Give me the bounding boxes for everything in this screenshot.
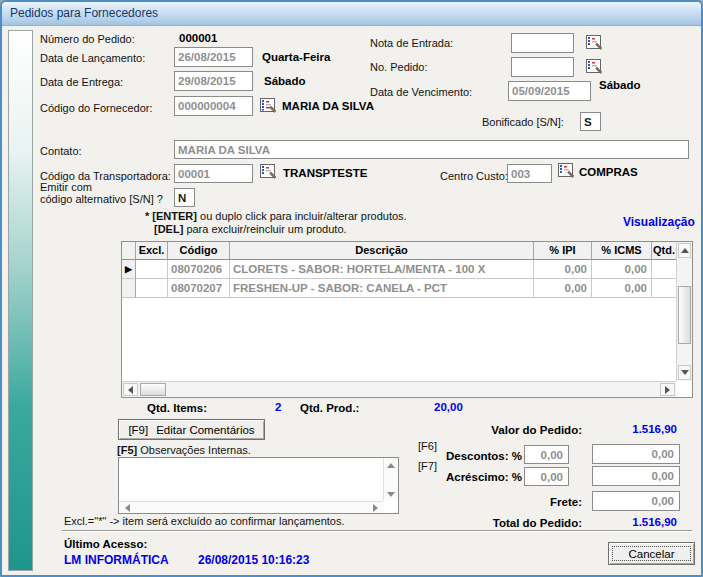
data-lancamento-weekday: Quarta-Feira: [262, 51, 330, 63]
hint-enter-rest: ou duplo click para incluir/alterar prod…: [197, 210, 407, 222]
data-lancamento-label: Data de Lançamento:: [40, 52, 145, 64]
acrescimo-percent-input[interactable]: [524, 467, 569, 486]
memo-scroll-left-icon[interactable]: [121, 503, 133, 513]
total-pedido-label: Total do Pedido:: [442, 517, 582, 529]
row-selector-cell: [122, 279, 136, 298]
emitir-alternativo-input[interactable]: [174, 188, 195, 207]
ultimo-acesso-user: LM INFORMÁTICA: [64, 553, 169, 567]
hint-del-key: [DEL]: [154, 223, 183, 235]
transportadora-name: TRANSPTESTE: [283, 167, 367, 179]
cancelar-button[interactable]: Cancelar: [608, 542, 695, 565]
centro-custo-input[interactable]: [507, 164, 552, 183]
descontos-value-input[interactable]: [592, 444, 680, 464]
memo-vertical-scrollbar[interactable]: [383, 458, 398, 501]
observacoes-internas-box: [118, 457, 399, 514]
scroll-left-arrow-icon[interactable]: [123, 383, 138, 396]
bonificado-label: Bonificado [S/N]:: [482, 116, 564, 128]
editar-comentarios-button[interactable]: [F9] Editar Comentários: [118, 419, 265, 440]
data-entrega-label: Data de Entrega:: [40, 76, 123, 88]
data-vencimento-label: Data de Vencimento:: [370, 86, 472, 98]
fornecedor-input[interactable]: [174, 96, 253, 116]
valor-pedido-label: Valor do Pedido:: [442, 424, 582, 436]
cell-codigo: 08070206: [168, 260, 230, 279]
grid-header-qtd: Qtd.: [652, 242, 677, 260]
memo-scroll-right-icon[interactable]: [369, 503, 381, 513]
grid-header-selector: [122, 242, 136, 260]
cell-icms: 0,00: [592, 279, 652, 298]
valor-pedido-value: 1.516,90: [597, 423, 677, 435]
no-pedido-lookup-icon[interactable]: [585, 58, 604, 75]
transportadora-input[interactable]: [174, 164, 253, 183]
window-title: Pedidos para Fornecedores: [10, 6, 158, 20]
scroll-up-arrow-icon[interactable]: [678, 243, 691, 258]
frete-label: Frete:: [502, 496, 582, 508]
scroll-right-arrow-icon[interactable]: [660, 383, 675, 396]
no-pedido-input[interactable]: [511, 57, 574, 77]
excl-note: Excl.="*" -> item será excluído ao confi…: [64, 515, 344, 527]
products-grid: Excl. Código Descrição % IPI % ICMS Qtd.…: [121, 241, 693, 398]
transportadora-lookup-icon[interactable]: [259, 163, 278, 180]
decorative-side-strip: [8, 30, 33, 571]
memo-scroll-up-icon[interactable]: [385, 460, 397, 470]
observacoes-label: [F5] Observações Internas.: [117, 444, 251, 456]
memo-horizontal-scrollbar[interactable]: [119, 501, 383, 513]
grid-header-descricao: Descrição: [230, 242, 534, 260]
grid-header-excl: Excl.: [136, 242, 168, 260]
grid-horizontal-scrollbar[interactable]: [122, 381, 676, 397]
current-row-marker-icon: ▶: [122, 260, 136, 279]
bonificado-input[interactable]: [580, 112, 601, 131]
emitir-alternativo-label-line2: código alternativo [S/N] ?: [40, 193, 163, 205]
fornecedor-name: MARIA DA SILVA: [282, 100, 374, 112]
scroll-down-arrow-icon[interactable]: [678, 365, 691, 380]
cell-qtd: [652, 279, 677, 298]
hint-del: [DEL] para excluir/reincluir um produto.: [154, 223, 347, 235]
grid-vertical-scrollbar[interactable]: [676, 242, 692, 381]
observacoes-internas-textarea[interactable]: [120, 459, 382, 499]
visualizacao-link[interactable]: Visualização: [623, 215, 695, 229]
qtd-items-value: 2: [275, 401, 281, 413]
data-vencimento-input[interactable]: [508, 81, 591, 101]
qtd-items-label: Qtd. Items:: [147, 402, 207, 414]
footer-divider: [62, 530, 692, 532]
data-lancamento-input[interactable]: [174, 47, 253, 67]
nota-entrada-label: Nota de Entrada:: [370, 37, 453, 49]
no-pedido-label: No. Pedido:: [370, 61, 427, 73]
descontos-percent-input[interactable]: [524, 445, 569, 464]
hint-del-rest: para excluir/reincluir um produto.: [183, 223, 346, 235]
grid-row-1[interactable]: ▶ 08070206 CLORETS - SABOR: HORTELA/MENT…: [122, 260, 677, 279]
data-entrega-input[interactable]: [174, 71, 253, 91]
grid-header-icms: % ICMS: [592, 242, 652, 260]
numero-pedido-label: Número do Pedido:: [40, 33, 135, 45]
horizontal-scroll-thumb[interactable]: [140, 383, 166, 396]
cell-codigo: 08070207: [168, 279, 230, 298]
cell-ipi: 0,00: [534, 260, 592, 279]
nota-entrada-input[interactable]: [511, 33, 574, 53]
vertical-scroll-thumb[interactable]: [678, 286, 691, 344]
cell-descricao: FRESHEN-UP - SABOR: CANELA - PCT: [230, 279, 534, 298]
grid-header-ipi: % IPI: [534, 242, 592, 260]
centro-custo-label: Centro Custo:: [440, 170, 508, 182]
titlebar[interactable]: Pedidos para Fornecedores: [2, 2, 701, 26]
grid-row-2[interactable]: 08070207 FRESHEN-UP - SABOR: CANELA - PC…: [122, 279, 677, 298]
data-vencimento-weekday: Sábado: [599, 79, 641, 91]
descontos-label: Descontos: %: [422, 450, 522, 462]
ultimo-acesso-label: Último Acesso:: [64, 538, 147, 550]
cell-excl: [136, 279, 168, 298]
cell-ipi: 0,00: [534, 279, 592, 298]
centro-custo-lookup-icon[interactable]: [557, 162, 576, 179]
ultimo-acesso-datetime: 26/08/2015 10:16:23: [198, 553, 309, 567]
hint-enter-key: [ENTER]: [152, 210, 197, 222]
memo-scroll-down-icon[interactable]: [385, 489, 397, 499]
grid-header-row: Excl. Código Descrição % IPI % ICMS Qtd.: [122, 242, 677, 260]
numero-pedido-value: 000001: [179, 32, 217, 44]
fornecedor-lookup-icon[interactable]: [259, 97, 278, 114]
frete-input[interactable]: [592, 491, 680, 511]
total-pedido-value: 1.516,90: [597, 516, 677, 528]
hint-enter-star: *: [145, 210, 149, 222]
nota-entrada-lookup-icon[interactable]: [585, 34, 604, 51]
emitir-alternativo-label-line1: Emitir com: [40, 181, 92, 193]
grid-header-codigo: Código: [168, 242, 230, 260]
acrescimo-value-input[interactable]: [592, 466, 680, 486]
contato-input[interactable]: [174, 140, 689, 159]
acrescimo-label: Acréscimo: %: [422, 471, 522, 483]
